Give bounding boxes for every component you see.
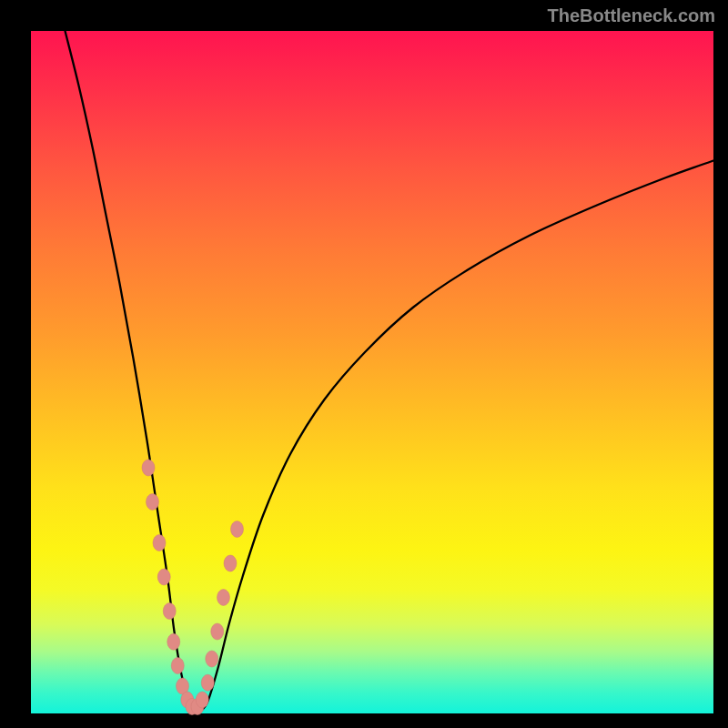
- plot-area: [31, 31, 713, 713]
- watermark-text: TheBottleneck.com: [548, 5, 715, 26]
- chart-stage: TheBottleneck.com: [0, 0, 728, 728]
